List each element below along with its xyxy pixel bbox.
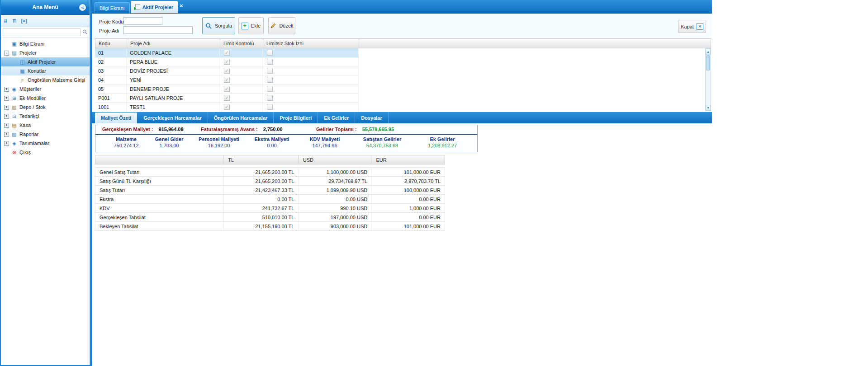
summary-col-label: Satıştan Gelirler: [363, 136, 401, 142]
grid-cell-proje-adi: DÖVİZ PROJESİ: [127, 66, 220, 75]
sidebar-item-raporlar[interactable]: +▨Raporlar: [1, 130, 90, 139]
currency-value-eur: 1,000.00 EUR: [372, 204, 445, 212]
add-icon: +: [242, 23, 248, 29]
limitsiz-stok-izni-checkbox[interactable]: [267, 50, 273, 56]
warehouse-icon: ▥: [11, 104, 18, 110]
sidebar-collapse-button[interactable]: «: [79, 4, 86, 11]
currency-row-label: Gerçekleşen Tahsilat: [95, 213, 224, 221]
limitsiz-stok-izni-checkbox[interactable]: [267, 77, 273, 83]
tree-expand-icon[interactable]: +: [4, 87, 9, 92]
sidebar-item-kasa[interactable]: +▤Kasa: [1, 121, 90, 130]
sidebar-item-konutlar[interactable]: ▦Konutlar: [1, 66, 90, 75]
currency-value-tl: 510,010.00 TL: [224, 213, 299, 221]
proje-kodu-input[interactable]: [123, 17, 162, 25]
currency-column-usd[interactable]: USD: [299, 155, 372, 164]
sidebar-item-aktif-projeler[interactable]: ◫Aktif Projeler: [1, 57, 90, 66]
limit-kontrolu-checkbox[interactable]: ✓: [224, 77, 230, 83]
tree-expand-icon[interactable]: +: [4, 132, 9, 137]
tree-expand-icon[interactable]: +: [4, 141, 9, 146]
summary-label: Gelirler Toplamı :: [316, 127, 357, 132]
duzelt-button[interactable]: Düzelt: [268, 17, 295, 34]
sidebar-item-ek-mod-ller[interactable]: +⊞Ek Modüller: [1, 94, 90, 103]
detail-tab-ger-ekle-en-harcamalar[interactable]: Gerçekleşen Harcamalar: [138, 112, 208, 123]
limit-kontrolu-checkbox[interactable]: ✓: [224, 68, 230, 74]
tab-bilgi-ekran[interactable]: Bilgi Ekranı: [95, 2, 130, 13]
tree-expand-icon[interactable]: +: [4, 114, 9, 119]
limit-kontrolu-checkbox[interactable]: ✓: [224, 59, 230, 65]
kapat-button[interactable]: Kapat ✕: [678, 20, 706, 33]
grid-column-limitsiz-stok-i-zni[interactable]: Limitsiz Stok İzni: [263, 39, 359, 48]
limitsiz-stok-izni-checkbox[interactable]: [267, 86, 273, 92]
limitsiz-stok-izni-checkbox[interactable]: [267, 95, 273, 101]
ekle-button[interactable]: + Ekle: [238, 17, 264, 34]
summary-col-malzeme: Malzeme750,274.12: [106, 136, 146, 148]
scroll-up-icon[interactable]: ▲: [706, 49, 711, 55]
grid-cell-proje-adi: DENEME PROJE: [127, 84, 220, 93]
material-entry-icon: ≡: [19, 77, 26, 83]
scroll-down-icon[interactable]: ▼: [706, 105, 711, 111]
detail-tab-maliyet-zeti[interactable]: Maliyet Özeti: [95, 113, 137, 123]
limit-kontrolu-checkbox[interactable]: ✓: [224, 86, 230, 92]
grid-row[interactable]: 01GOLDEN PALACE✓: [95, 48, 359, 57]
currency-column-tl[interactable]: TL: [223, 155, 299, 164]
detail-tab-ng-r-len-harcamalar[interactable]: Öngörülen Harcamalar: [208, 112, 274, 123]
tree-expand-icon[interactable]: +: [4, 105, 9, 110]
tree-item-label: Müşteriler: [19, 86, 41, 92]
tree-item-label: Depo / Stok: [19, 104, 45, 110]
grid-row[interactable]: 1001TEST1✓: [95, 103, 359, 111]
grid-cell-limit-kontrolu: ✓: [220, 103, 263, 111]
close-panel-icon[interactable]: [×]: [21, 18, 27, 23]
grid-scrollbar[interactable]: ▲ ▼: [705, 48, 711, 111]
limitsiz-stok-izni-checkbox[interactable]: [267, 68, 273, 74]
grid-column-proje-ad[interactable]: Proje Adı: [127, 39, 220, 48]
tree-item-label: Konutlar: [28, 68, 46, 74]
tree-expand-icon[interactable]: +: [4, 96, 9, 101]
detail-tab-dosyalar[interactable]: Dosyalar: [355, 112, 388, 123]
currency-column-eur[interactable]: EUR: [371, 155, 445, 164]
limitsiz-stok-izni-checkbox[interactable]: [267, 59, 273, 65]
currency-column-blank[interactable]: [95, 155, 223, 164]
grid-row[interactable]: P001PAYLI SATILAN PROJE✓: [95, 94, 359, 103]
detail-tab-proje-bilgileri[interactable]: Proje Bilgileri: [274, 112, 318, 123]
sidebar-item-projeler[interactable]: -▤Projeler: [1, 48, 90, 57]
tree-expand-icon[interactable]: +: [4, 123, 9, 128]
proje-adi-input[interactable]: [123, 26, 193, 34]
tab-aktif-projeler[interactable]: Aktif Projeler: [131, 1, 178, 13]
scrollbar-thumb[interactable]: [706, 55, 710, 70]
limit-kontrolu-checkbox[interactable]: ✓: [224, 104, 230, 110]
grid-row[interactable]: 02PERA BLUE✓: [95, 57, 359, 66]
currency-row-label: Satış Tutarı: [95, 186, 224, 194]
summary-col-value: 0.00: [267, 143, 276, 148]
sorgula-button[interactable]: Sorgula: [202, 17, 235, 34]
grid-cell-proje-adi: YENİ: [127, 75, 220, 84]
currency-row: Satış Günü TL Karşılığı21,665,200.00 TL2…: [95, 177, 445, 186]
currency-row-label: Satış Günü TL Karşılığı: [95, 177, 224, 185]
sidebar-item-bilgi-ekran[interactable]: ▣Bilgi Ekranı: [1, 39, 90, 48]
currency-row: Bekleyen Tahsilat21,155,190.00 TL903,000…: [95, 222, 445, 231]
limit-kontrolu-checkbox[interactable]: ✓: [224, 50, 230, 56]
sidebar-item-tan-mlamalar[interactable]: +◈Tanımlamalar: [1, 139, 90, 148]
sidebar-search-input[interactable]: [3, 28, 81, 36]
sidebar-item-m-teriler[interactable]: +◉Müşteriler: [1, 84, 90, 94]
grid-column-kodu[interactable]: Kodu: [95, 39, 127, 48]
grid-cell-limitsiz-stok-izni: [263, 57, 359, 66]
currency-value-usd: 990.10 USD: [299, 204, 372, 212]
limitsiz-stok-izni-checkbox[interactable]: [267, 104, 273, 110]
duzelt-label: Düzelt: [279, 23, 293, 28]
grid-column-limit-kontrol[interactable]: Limit Kontrolü: [220, 39, 263, 48]
currency-value-eur: 101,000.00 EUR: [372, 168, 445, 176]
sidebar-item-depo-stok[interactable]: +▥Depo / Stok: [1, 103, 90, 112]
collapse-all-icon[interactable]: ⇊: [4, 18, 8, 24]
grid-row[interactable]: 05DENEME PROJE✓: [95, 84, 359, 94]
grid-row[interactable]: 04YENİ✓: [95, 75, 359, 84]
sidebar-item-k[interactable]: ⊗Çıkış: [1, 148, 90, 157]
main-tabbar: Bilgi EkranıAktif Projeler×: [92, 0, 712, 14]
limit-kontrolu-checkbox[interactable]: ✓: [224, 95, 230, 101]
grid-row[interactable]: 03DÖVİZ PROJESİ✓: [95, 66, 359, 75]
detail-tab-ek-gelirler[interactable]: Ek Gelirler: [318, 112, 355, 123]
tree-collapse-icon[interactable]: -: [4, 51, 9, 56]
expand-all-icon[interactable]: ⇈: [12, 18, 16, 24]
sidebar-item-tedarik-i[interactable]: +⊡Tedarikçi: [1, 112, 90, 121]
tab-close-icon[interactable]: ×: [180, 2, 183, 9]
sidebar-item-ng-r-len-malzeme-giri-i[interactable]: ≡Öngörülen Malzeme Girişi: [1, 75, 90, 84]
